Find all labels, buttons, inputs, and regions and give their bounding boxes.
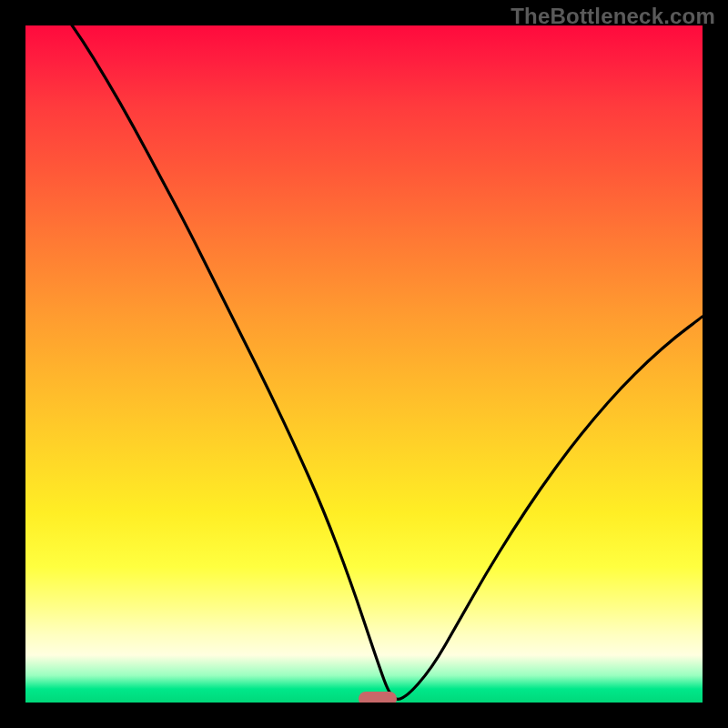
plot-area: [25, 25, 703, 703]
chart-frame: TheBottleneck.com: [0, 0, 728, 728]
optimal-point-marker: [359, 692, 397, 703]
watermark-text: TheBottleneck.com: [511, 4, 715, 29]
bottleneck-curve: [25, 25, 703, 703]
